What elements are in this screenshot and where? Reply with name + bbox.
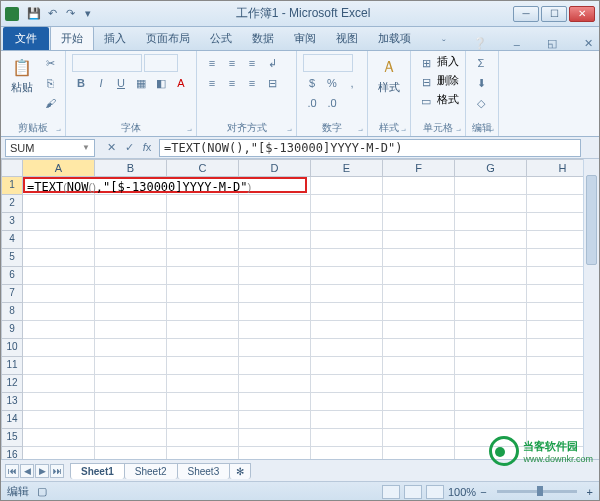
vertical-scrollbar[interactable] — [583, 159, 599, 459]
cell-B9[interactable] — [95, 321, 167, 339]
sheet-tab-3[interactable]: Sheet3 — [177, 463, 231, 479]
cell-A14[interactable] — [23, 411, 95, 429]
cell-D7[interactable] — [239, 285, 311, 303]
cell-A7[interactable] — [23, 285, 95, 303]
align-left-button[interactable]: ≡ — [203, 74, 221, 92]
cell-E5[interactable] — [311, 249, 383, 267]
mdi-close-icon[interactable]: ✕ — [578, 37, 599, 50]
cell-C7[interactable] — [167, 285, 239, 303]
sheet-next-button[interactable]: ▶ — [35, 464, 49, 478]
clear-button[interactable]: ◇ — [472, 94, 490, 112]
cell-C2[interactable] — [167, 195, 239, 213]
merge-button[interactable]: ⊟ — [263, 74, 281, 92]
cell-E2[interactable] — [311, 195, 383, 213]
row-header-6[interactable]: 6 — [1, 267, 23, 285]
cell-A6[interactable] — [23, 267, 95, 285]
name-box-dropdown-icon[interactable]: ▼ — [82, 143, 90, 152]
cell-E4[interactable] — [311, 231, 383, 249]
row-header-5[interactable]: 5 — [1, 249, 23, 267]
cell-A11[interactable] — [23, 357, 95, 375]
cell-E15[interactable] — [311, 429, 383, 447]
cell-A15[interactable] — [23, 429, 95, 447]
cell-D13[interactable] — [239, 393, 311, 411]
row-header-15[interactable]: 15 — [1, 429, 23, 447]
macro-record-icon[interactable]: ▢ — [37, 485, 47, 498]
wrap-text-button[interactable]: ↲ — [263, 54, 281, 72]
cell-D5[interactable] — [239, 249, 311, 267]
fill-color-button[interactable]: ◧ — [152, 74, 170, 92]
row-header-9[interactable]: 9 — [1, 321, 23, 339]
new-sheet-button[interactable]: ✻ — [229, 463, 251, 479]
row-header-12[interactable]: 12 — [1, 375, 23, 393]
cell-D12[interactable] — [239, 375, 311, 393]
cell-D3[interactable] — [239, 213, 311, 231]
cell-C10[interactable] — [167, 339, 239, 357]
cell-A13[interactable] — [23, 393, 95, 411]
view-pagelayout-button[interactable] — [404, 485, 422, 499]
cell-G11[interactable] — [455, 357, 527, 375]
name-box[interactable]: SUM ▼ — [5, 139, 95, 157]
redo-icon[interactable]: ↷ — [63, 7, 77, 21]
cell-G7[interactable] — [455, 285, 527, 303]
cell-C13[interactable] — [167, 393, 239, 411]
undo-icon[interactable]: ↶ — [45, 7, 59, 21]
cell-F10[interactable] — [383, 339, 455, 357]
cell-G6[interactable] — [455, 267, 527, 285]
styles-button[interactable]: Ａ 样式 — [374, 54, 404, 97]
cell-G1[interactable] — [455, 177, 527, 195]
row-header-3[interactable]: 3 — [1, 213, 23, 231]
format-painter-icon[interactable]: 🖌 — [41, 94, 59, 112]
align-right-button[interactable]: ≡ — [243, 74, 261, 92]
cell-F9[interactable] — [383, 321, 455, 339]
cell-E16[interactable] — [311, 447, 383, 459]
tab-view[interactable]: 视图 — [326, 27, 368, 50]
column-header-F[interactable]: F — [383, 159, 455, 177]
cell-G10[interactable] — [455, 339, 527, 357]
autosum-button[interactable]: Σ — [472, 54, 490, 72]
cell-C9[interactable] — [167, 321, 239, 339]
row-header-2[interactable]: 2 — [1, 195, 23, 213]
cell-A16[interactable] — [23, 447, 95, 459]
row-header-4[interactable]: 4 — [1, 231, 23, 249]
fill-button[interactable]: ⬇ — [472, 74, 490, 92]
ribbon-minimize-icon[interactable]: ˇ — [436, 38, 452, 50]
cell-E3[interactable] — [311, 213, 383, 231]
cell-C3[interactable] — [167, 213, 239, 231]
percent-button[interactable]: % — [323, 74, 341, 92]
copy-icon[interactable]: ⎘ — [41, 74, 59, 92]
cell-E10[interactable] — [311, 339, 383, 357]
insert-cells-button[interactable]: ⊞插入 — [417, 54, 459, 72]
cell-F1[interactable] — [383, 177, 455, 195]
row-header-11[interactable]: 11 — [1, 357, 23, 375]
border-button[interactable]: ▦ — [132, 74, 150, 92]
row-header-13[interactable]: 13 — [1, 393, 23, 411]
cell-B2[interactable] — [95, 195, 167, 213]
tab-data[interactable]: 数据 — [242, 27, 284, 50]
italic-button[interactable]: I — [92, 74, 110, 92]
align-top-button[interactable]: ≡ — [203, 54, 221, 72]
cell-B14[interactable] — [95, 411, 167, 429]
column-header-C[interactable]: C — [167, 159, 239, 177]
close-button[interactable]: ✕ — [569, 6, 595, 22]
cell-F13[interactable] — [383, 393, 455, 411]
cell-G3[interactable] — [455, 213, 527, 231]
cell-C15[interactable] — [167, 429, 239, 447]
cell-C6[interactable] — [167, 267, 239, 285]
column-header-A[interactable]: A — [23, 159, 95, 177]
select-all-corner[interactable] — [1, 159, 23, 177]
font-size-dropdown[interactable] — [144, 54, 178, 72]
cell-B3[interactable] — [95, 213, 167, 231]
cell-G12[interactable] — [455, 375, 527, 393]
tab-insert[interactable]: 插入 — [94, 27, 136, 50]
cell-E14[interactable] — [311, 411, 383, 429]
cell-A8[interactable] — [23, 303, 95, 321]
cell-E6[interactable] — [311, 267, 383, 285]
cell-B7[interactable] — [95, 285, 167, 303]
cell-D10[interactable] — [239, 339, 311, 357]
cell-C5[interactable] — [167, 249, 239, 267]
cell-editor[interactable]: =TEXT(NOW(),"[$-130000]YYYY-M-D") — [23, 177, 307, 193]
cell-C14[interactable] — [167, 411, 239, 429]
underline-button[interactable]: U — [112, 74, 130, 92]
format-cells-button[interactable]: ▭格式 — [417, 92, 459, 110]
cell-E1[interactable] — [311, 177, 383, 195]
